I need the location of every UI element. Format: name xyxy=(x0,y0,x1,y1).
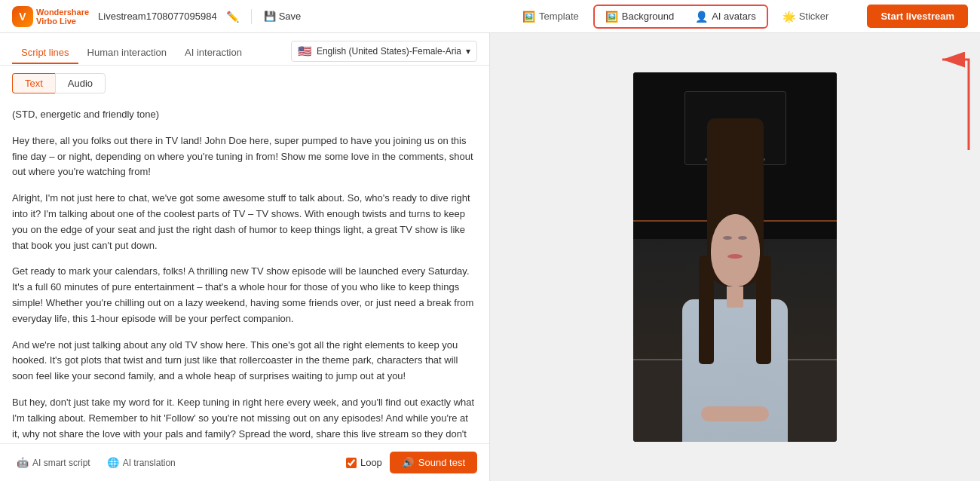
ai-translation-icon: 🌐 xyxy=(107,457,119,468)
sound-icon: 🔊 xyxy=(402,457,414,468)
tab-ai-avatars[interactable]: 👤 AI avatars xyxy=(684,6,767,27)
template-icon: 🖼️ xyxy=(522,11,535,23)
ai-avatars-icon: 👤 xyxy=(695,11,708,23)
ai-smart-script-button[interactable]: 🤖 AI smart script xyxy=(12,454,95,471)
sound-test-button[interactable]: 🔊 Sound test xyxy=(390,452,477,473)
stream-name: Livestream1708077095984 xyxy=(98,11,217,22)
tab-script-lines[interactable]: Script lines xyxy=(12,42,78,64)
tab-sticker[interactable]: 🌟 Sticker xyxy=(771,5,841,28)
sticker-icon: 🌟 xyxy=(782,11,795,23)
start-livestream-button[interactable]: Start livestream xyxy=(867,5,968,28)
logo-text: Wondershare Virbo Live xyxy=(36,8,89,26)
main-content: Script lines Human interaction AI intera… xyxy=(0,33,980,481)
left-panel: Script lines Human interaction AI intera… xyxy=(0,33,490,481)
ai-translation-button[interactable]: 🌐 AI translation xyxy=(103,454,180,471)
script-content: (STD, energetic and friendly tone) Hey t… xyxy=(0,98,489,443)
background-icon: 🖼️ xyxy=(605,11,618,23)
audio-toggle-button[interactable]: Audio xyxy=(55,73,106,93)
tab-human-interaction[interactable]: Human interaction xyxy=(78,42,176,64)
script-tabs-row: Script lines Human interaction AI intera… xyxy=(0,33,489,66)
avatar-preview xyxy=(633,72,837,442)
script-para-1: Hey there, all you folks out there in TV… xyxy=(12,133,477,180)
script-para-5: But hey, don't just take my word for it.… xyxy=(12,395,477,443)
bottom-bar: 🤖 AI smart script 🌐 AI translation Loop … xyxy=(0,443,489,481)
right-panel xyxy=(490,33,980,481)
logo-area: V Wondershare Virbo Live xyxy=(12,6,89,27)
header-tabs: 🖼️ Template 🖼️ Background 👤 AI avatars 🌟… xyxy=(511,5,840,29)
script-para-4: And we're not just talking about any old… xyxy=(12,338,477,384)
loop-toggle[interactable]: Loop xyxy=(346,457,382,468)
chevron-down-icon: ▾ xyxy=(466,46,470,57)
text-toggle-button[interactable]: Text xyxy=(12,73,55,93)
save-icon: 💾 xyxy=(264,11,276,22)
flag-icon: 🇺🇸 xyxy=(298,44,312,58)
script-para-0: (STD, energetic and friendly tone) xyxy=(12,107,477,123)
script-para-2: Alright, I'm not just here to chat, we'v… xyxy=(12,191,477,253)
language-selector[interactable]: 🇺🇸 English (United States)-Female-Aria ▾ xyxy=(291,41,477,62)
divider xyxy=(251,9,252,24)
script-para-3: Get ready to mark your calendars, folks!… xyxy=(12,264,477,326)
edit-icon[interactable]: ✏️ xyxy=(226,11,239,23)
save-button[interactable]: 💾 Save xyxy=(264,11,302,22)
ai-smart-script-icon: 🤖 xyxy=(17,457,29,468)
app-header: V Wondershare Virbo Live Livestream17080… xyxy=(0,0,980,33)
tab-background[interactable]: 🖼️ Background xyxy=(595,6,684,27)
loop-checkbox[interactable] xyxy=(346,458,357,468)
logo-icon: V xyxy=(12,6,33,27)
arrow-annotation xyxy=(886,37,976,158)
tab-ai-interaction[interactable]: AI interaction xyxy=(176,42,251,64)
text-audio-toggle: Text Audio xyxy=(0,66,489,98)
tab-group-active: 🖼️ Background 👤 AI avatars xyxy=(593,5,768,29)
tab-template[interactable]: 🖼️ Template xyxy=(511,5,590,28)
virbo-logo: V Wondershare Virbo Live xyxy=(12,6,89,27)
avatar-container xyxy=(633,72,837,442)
